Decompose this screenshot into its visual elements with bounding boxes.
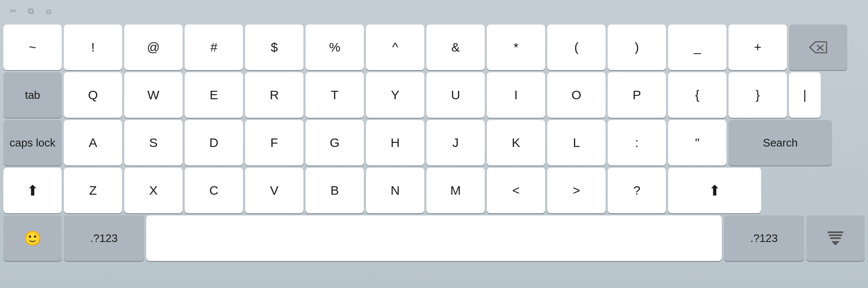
- space-key[interactable]: [146, 215, 722, 261]
- key-lbrace[interactable]: {: [668, 72, 726, 118]
- key-j[interactable]: J: [426, 120, 485, 166]
- key-dquote[interactable]: ": [668, 120, 726, 166]
- key-p[interactable]: P: [608, 72, 666, 118]
- key-e[interactable]: E: [185, 72, 243, 118]
- key-m[interactable]: M: [426, 168, 485, 213]
- key-caret[interactable]: ^: [366, 24, 424, 70]
- symbol-row: ~ ! @ # $ % ^ & * ( ) _ +: [3, 24, 865, 70]
- key-dollar[interactable]: $: [245, 24, 303, 70]
- key-n[interactable]: N: [366, 168, 424, 213]
- key-b[interactable]: B: [306, 168, 364, 213]
- cut-icon[interactable]: ✂: [7, 5, 19, 17]
- key-w[interactable]: W: [124, 72, 183, 118]
- num-key-right[interactable]: .?123: [724, 215, 804, 261]
- key-s[interactable]: S: [124, 120, 183, 166]
- key-question[interactable]: ?: [608, 168, 666, 213]
- dismiss-key[interactable]: [806, 215, 865, 261]
- key-k[interactable]: K: [487, 120, 545, 166]
- key-v[interactable]: V: [245, 168, 303, 213]
- shift-right-arrow: ⬆: [709, 182, 721, 199]
- key-g[interactable]: G: [306, 120, 364, 166]
- keyboard: ~ ! @ # $ % ^ & * ( ) _ + tab Q W E R T …: [0, 22, 868, 263]
- shift-left-key[interactable]: ⬆: [3, 168, 62, 213]
- num-key-left[interactable]: .?123: [64, 215, 144, 261]
- key-rparen[interactable]: ): [608, 24, 666, 70]
- key-exclaim[interactable]: !: [64, 24, 122, 70]
- emoji-key[interactable]: 🙂: [3, 215, 62, 261]
- key-percent[interactable]: %: [306, 24, 364, 70]
- backspace-icon: [809, 41, 827, 54]
- key-z[interactable]: Z: [64, 168, 122, 213]
- key-amp[interactable]: &: [426, 24, 485, 70]
- key-lparen[interactable]: (: [547, 24, 606, 70]
- zxcv-row: ⬆ Z X C V B N M < > ? ⬆: [3, 168, 865, 213]
- shift-right-key[interactable]: ⬆: [668, 168, 761, 213]
- capslock-key[interactable]: caps lock: [3, 120, 62, 166]
- key-a[interactable]: A: [64, 120, 122, 166]
- key-u[interactable]: U: [426, 72, 485, 118]
- key-hash[interactable]: #: [185, 24, 243, 70]
- key-gt[interactable]: >: [547, 168, 606, 213]
- key-pipe[interactable]: |: [789, 72, 821, 118]
- tab-key[interactable]: tab: [3, 72, 62, 118]
- key-underscore[interactable]: _: [668, 24, 726, 70]
- qwerty-row: tab Q W E R T Y U I O P { } |: [3, 72, 865, 118]
- key-lt[interactable]: <: [487, 168, 545, 213]
- dismiss-keyboard-icon: [827, 231, 843, 245]
- toolbar: ✂ ⧉ ⧈: [0, 0, 868, 22]
- key-q[interactable]: Q: [64, 72, 122, 118]
- key-y[interactable]: Y: [366, 72, 424, 118]
- key-t[interactable]: T: [306, 72, 364, 118]
- key-l[interactable]: L: [547, 120, 606, 166]
- key-d[interactable]: D: [185, 120, 243, 166]
- emoji-icon: 🙂: [24, 230, 41, 247]
- paste-icon[interactable]: ⧈: [42, 5, 55, 17]
- key-plus[interactable]: +: [729, 24, 787, 70]
- backspace-key[interactable]: [789, 24, 847, 70]
- key-colon[interactable]: :: [608, 120, 666, 166]
- key-c[interactable]: C: [185, 168, 243, 213]
- key-x[interactable]: X: [124, 168, 183, 213]
- key-f[interactable]: F: [245, 120, 303, 166]
- key-h[interactable]: H: [366, 120, 424, 166]
- key-rbrace[interactable]: }: [729, 72, 787, 118]
- bottom-row: 🙂 .?123 .?123: [3, 215, 865, 261]
- shift-left-arrow: ⬆: [27, 182, 38, 199]
- copy-icon[interactable]: ⧉: [25, 5, 37, 17]
- key-i[interactable]: I: [487, 72, 545, 118]
- key-tilde[interactable]: ~: [3, 24, 62, 70]
- search-key[interactable]: Search: [729, 120, 832, 166]
- asdf-row: caps lock A S D F G H J K L : " Search: [3, 120, 865, 166]
- key-o[interactable]: O: [547, 72, 606, 118]
- key-at[interactable]: @: [124, 24, 183, 70]
- key-r[interactable]: R: [245, 72, 303, 118]
- key-star[interactable]: *: [487, 24, 545, 70]
